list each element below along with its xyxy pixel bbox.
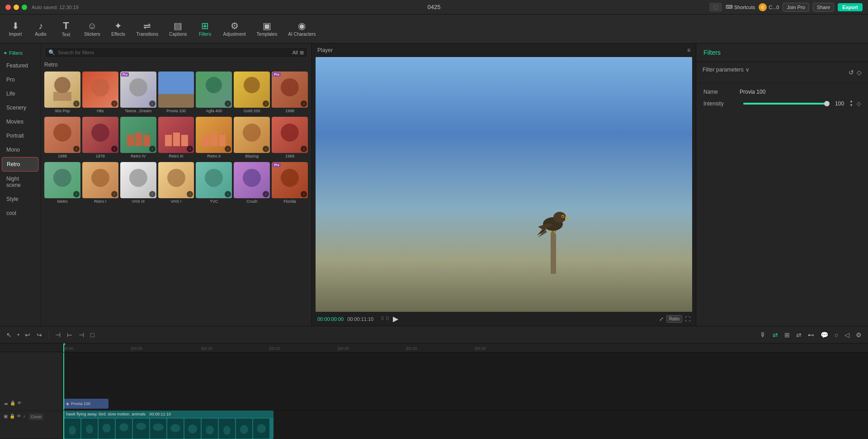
download-icon: ↓ — [111, 146, 118, 152]
tool-effects[interactable]: ✦ Effects — [107, 19, 130, 39]
category-featured[interactable]: Featured — [2, 59, 38, 72]
select-tool-dropdown[interactable]: ▾ — [17, 332, 19, 337]
svg-rect-1 — [53, 92, 71, 101]
timeline-tool-2[interactable]: ⊞ — [783, 329, 792, 340]
fullscreen-icon[interactable]: ⤢ — [659, 315, 664, 323]
filter-metro[interactable]: ↓ Metro — [44, 162, 80, 204]
tool-import[interactable]: ⬇ Import — [4, 19, 27, 39]
search-input[interactable] — [58, 50, 292, 55]
category-night-scene[interactable]: Night scene — [2, 172, 38, 192]
category-portrait[interactable]: Portrait — [2, 129, 38, 143]
filter-tvc[interactable]: ↓ TVC — [196, 162, 232, 204]
intensity-down-button[interactable]: ▼ — [849, 104, 853, 107]
intensity-up-button[interactable]: ▲ — [849, 100, 853, 103]
tool-filters[interactable]: ⊞ Filters — [193, 19, 217, 39]
filter-vhs-i[interactable]: ↓ VHS I — [158, 162, 194, 204]
tool-templates[interactable]: ▣ Templates — [252, 19, 282, 39]
timeline-tool-5[interactable]: 💬 — [819, 329, 830, 340]
timeline-settings[interactable]: ⚙ — [854, 329, 863, 340]
intensity-diamond-icon[interactable]: ◇ — [857, 100, 861, 107]
video-clip[interactable]: hawk flying away. bird. slow motion. ani… — [63, 410, 274, 439]
timeline-tool-4[interactable]: ⊷ — [806, 329, 816, 340]
tool-ai-characters[interactable]: ◉ AI Characters — [283, 19, 320, 39]
tool-adjustment[interactable]: ⚙ Adjustment — [219, 19, 250, 39]
timeline-tool-1[interactable]: ⇄ — [771, 329, 780, 340]
filter-1978[interactable]: ↓ 1978 — [82, 117, 118, 158]
filter-1968[interactable]: ↓ 1968 — [272, 117, 308, 158]
video-frame-1 — [64, 419, 80, 439]
svg-point-53 — [206, 425, 214, 434]
intensity-slider-thumb[interactable] — [824, 101, 830, 106]
export-button[interactable]: Export — [838, 3, 863, 11]
shortcuts-button[interactable]: ⌨ Shortcuts — [726, 4, 755, 10]
filter-provia-100[interactable]: Provia 100 — [158, 72, 194, 113]
tool-captions[interactable]: ▤ Captions — [165, 19, 191, 39]
category-scenery[interactable]: Scenery — [2, 101, 38, 115]
svg-point-33 — [562, 215, 563, 217]
grid-icon: ⠿ ⠿ — [381, 316, 389, 322]
filter-vhs-iii[interactable]: ↓ VHS III — [120, 162, 156, 204]
maximize-button[interactable] — [22, 5, 27, 10]
filter-gold-200[interactable]: ↓ Gold 200 — [234, 72, 270, 113]
svg-point-6 — [206, 77, 222, 93]
filter-agfa-400[interactable]: ↓ Agfa 400 — [196, 72, 232, 113]
timeline-content: ☁ 🔒 👁 ▣ 🔒 👁 ♪ Cover 00:00 |00:05 |00:10 … — [0, 344, 868, 439]
player-menu-icon[interactable]: ≡ — [687, 47, 690, 53]
category-life[interactable]: Life — [2, 87, 38, 100]
download-icon: ↓ — [73, 146, 80, 152]
tool-audio[interactable]: ♪ Audio — [29, 19, 52, 39]
share-button[interactable]: Share — [813, 3, 834, 12]
video-frame-5 — [133, 419, 149, 439]
filter-retro-iv[interactable]: ↓ Retro IV — [120, 117, 156, 158]
screen-icon[interactable]: ⬚ — [709, 3, 722, 12]
category-style[interactable]: Style — [2, 192, 38, 206]
delete-button[interactable]: □ — [89, 329, 96, 340]
filter-blazing[interactable]: ↓ Blazing — [234, 117, 270, 158]
undo-button[interactable]: ↩ — [23, 329, 32, 340]
playhead-ruler — [63, 344, 64, 352]
search-bar: 🔍 All ⊞ — [44, 47, 308, 58]
filter-retro-i[interactable]: ↓ Retro I — [82, 162, 118, 204]
category-retro[interactable]: Retro — [2, 157, 38, 172]
minimize-button[interactable] — [14, 5, 19, 10]
ratio-button[interactable]: Ratio — [666, 315, 682, 323]
svg-point-24 — [129, 169, 147, 187]
split-button[interactable]: ⊣ — [53, 329, 62, 340]
stickers-icon: ☺ — [88, 21, 97, 30]
trim-start-button[interactable]: ⊢ — [65, 329, 74, 340]
filter-crush[interactable]: ↓ Crush — [234, 162, 270, 204]
svg-point-45 — [136, 423, 146, 430]
user-name: C...0 — [769, 5, 779, 10]
join-pro-button[interactable]: Join Pro — [783, 3, 809, 12]
redo-button[interactable]: ↪ — [35, 329, 44, 340]
select-tool-button[interactable]: ↖ — [5, 329, 14, 340]
filter-florida[interactable]: Pro ↓ Florida — [272, 162, 308, 204]
expand-button[interactable]: ⛶ — [685, 315, 690, 323]
reset-icon[interactable]: ↺ — [849, 69, 854, 76]
filter-teena-dream[interactable]: Pro ↓ Teena...Dream — [120, 72, 156, 113]
timeline-tool-6[interactable]: ○ — [833, 329, 840, 340]
filter-90s-pop[interactable]: ↓ 90s Pop — [44, 72, 80, 113]
filter-clip[interactable]: ◈ Provia 100 — [63, 399, 108, 409]
filter-1988[interactable]: ↓ 1988 — [44, 117, 80, 158]
trim-end-button[interactable]: ⊣ — [77, 329, 86, 340]
mic-button[interactable]: 🎙 — [758, 329, 768, 340]
tool-stickers[interactable]: ☺ Stickers — [80, 19, 105, 39]
timeline-tool-3[interactable]: ⇄ — [794, 329, 803, 340]
filter-retro-ii[interactable]: ↓ Retro II — [196, 117, 232, 158]
tool-text[interactable]: T Text — [54, 18, 78, 40]
filter-retro-iii[interactable]: ↓ Retro III — [158, 117, 194, 158]
diamond-icon[interactable]: ◇ — [857, 69, 862, 76]
category-mono[interactable]: Mono — [2, 143, 38, 157]
timeline-tool-7[interactable]: ◁ — [843, 329, 851, 340]
close-button[interactable] — [5, 5, 11, 10]
play-button[interactable]: ▶ — [393, 315, 398, 323]
category-cool[interactable]: cool — [2, 206, 38, 220]
intensity-slider-track[interactable] — [743, 103, 827, 105]
filter-1998[interactable]: Pro ↓ 1998 — [272, 72, 308, 113]
filter-hits[interactable]: ↓ Hits — [82, 72, 118, 113]
tool-transitions[interactable]: ⇌ Transitions — [132, 19, 163, 39]
category-pro[interactable]: Pro — [2, 73, 38, 86]
cover-button[interactable]: Cover — [29, 414, 43, 420]
category-movies[interactable]: Movies — [2, 115, 38, 129]
